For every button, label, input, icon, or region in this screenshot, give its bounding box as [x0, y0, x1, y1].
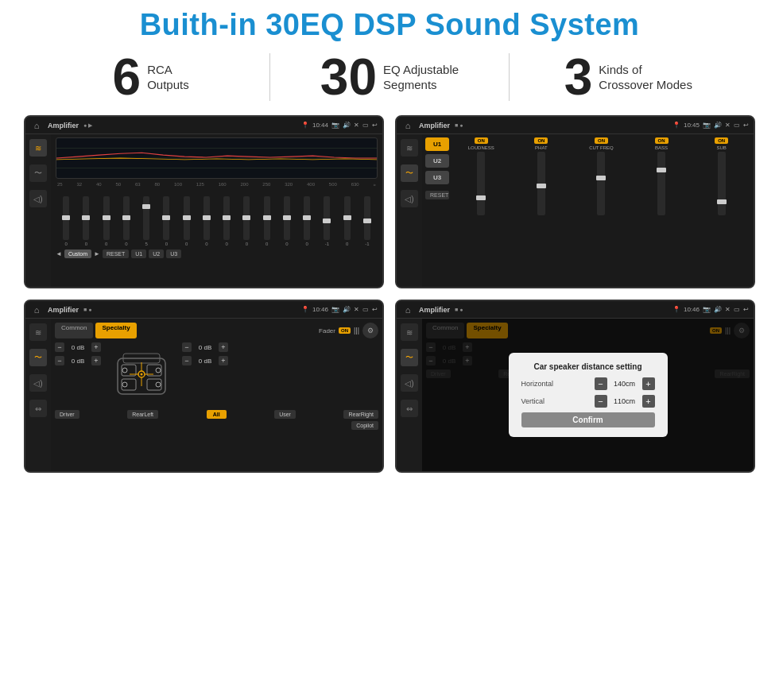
topbar-time-4: 10:46 — [684, 306, 700, 313]
driver-btn[interactable]: Driver — [55, 410, 79, 419]
topbar-time-3: 10:46 — [312, 306, 328, 313]
cutfreq-on-badge[interactable]: ON — [595, 137, 608, 144]
screenshots-grid: ⌂ Amplifier ● ▶ 📍 10:44 📷 🔊 ✕ ▭ ↩ ≋ 〜 ◁) — [16, 115, 763, 473]
eq-u1-btn[interactable]: U1 — [131, 249, 146, 258]
svg-point-10 — [141, 373, 143, 376]
phat-slider[interactable] — [537, 152, 545, 215]
loudness-slider[interactable] — [477, 152, 485, 215]
stat-rca-text: RCA Outputs — [147, 62, 189, 93]
topbar-title-3: Amplifier — [48, 306, 79, 314]
wave-icon-3[interactable]: 〜 — [29, 349, 47, 366]
rearright-btn[interactable]: RearRight — [343, 410, 378, 419]
eq-bottom-bar: ◄ Custom ► RESET U1 U2 U3 — [56, 249, 378, 258]
speaker-icon-3[interactable]: ◁) — [29, 374, 47, 392]
minimize-icon-2: ▭ — [734, 122, 740, 129]
vertical-control: − 110cm + — [595, 395, 655, 408]
topbar-title-1: Amplifier — [48, 122, 79, 130]
amp2-u1-btn[interactable]: U1 — [425, 137, 449, 151]
speaker-icon[interactable]: ◁) — [29, 190, 47, 207]
screen-eq: ⌂ Amplifier ● ▶ 📍 10:44 📷 🔊 ✕ ▭ ↩ ≋ 〜 ◁) — [24, 115, 384, 288]
all-btn[interactable]: All — [207, 410, 227, 419]
confirm-button[interactable]: Confirm — [521, 412, 655, 427]
amp3-specialty-tab[interactable]: Specialty — [95, 323, 136, 338]
amp3-plus-2[interactable]: + — [91, 356, 101, 365]
eq-prev-icon[interactable]: ◄ — [56, 250, 62, 257]
topbar-right-1: 📍 10:44 📷 🔊 ✕ ▭ ↩ — [301, 122, 378, 129]
eq-u2-btn[interactable]: U2 — [149, 249, 164, 258]
wave-icon-2[interactable]: 〜 — [401, 164, 418, 182]
fader-sliders-icon: ||| — [354, 327, 359, 335]
vertical-minus-btn[interactable]: − — [595, 395, 607, 408]
eq-custom-btn[interactable]: Custom — [64, 249, 91, 258]
stat-eq-number: 30 — [320, 52, 377, 102]
amp2-presets: U1 U2 U3 RESET — [425, 137, 449, 284]
phat-on-badge[interactable]: ON — [534, 137, 548, 144]
amp3-plus-1[interactable]: + — [91, 342, 101, 352]
rearleft-btn[interactable]: RearLeft — [127, 410, 158, 419]
amp2-u2-btn[interactable]: U2 — [425, 154, 449, 168]
horizontal-label: Horizontal — [521, 380, 554, 388]
eq-slider-0: 0 — [57, 196, 75, 246]
amp3-body: − 0 dB + − 0 dB + — [55, 342, 378, 406]
arrows-icon-4[interactable]: ⇔ — [401, 400, 418, 417]
amp3-db-row-2: − 0 dB + — [55, 356, 101, 365]
eq-play-icon[interactable]: ► — [94, 250, 100, 257]
bass-on-badge[interactable]: ON — [655, 137, 669, 144]
amp2-ch-bass: ON BASS — [633, 137, 691, 284]
topbar-4: ⌂ Amplifier ■ ● 📍 10:46 📷 🔊 ✕ ▭ ↩ — [397, 301, 754, 319]
arrows-icon-3[interactable]: ⇔ — [29, 400, 47, 417]
eq-icon-4[interactable]: ≋ — [401, 323, 418, 341]
dialog-horizontal-row: Horizontal − 140cm + — [521, 377, 655, 390]
amp3-minus-1[interactable]: − — [55, 342, 64, 352]
camera-icon-1: 📷 — [331, 122, 339, 129]
volume-icon-1: 🔊 — [343, 122, 351, 129]
amp3-plus-3[interactable]: + — [219, 342, 228, 352]
amp3-main: Common Specialty Fader ON ||| ⚙ — [51, 319, 382, 471]
camera-icon-2: 📷 — [703, 122, 711, 129]
speaker-icon-4[interactable]: ◁) — [401, 374, 418, 392]
eq-u3-btn[interactable]: U3 — [166, 249, 181, 258]
screen-amp2: ⌂ Amplifier ■ ● 📍 10:45 📷 🔊 ✕ ▭ ↩ ≋ 〜 ◁) — [395, 115, 755, 288]
user-btn[interactable]: User — [274, 410, 296, 419]
eq-icon[interactable]: ≋ — [29, 139, 47, 157]
fader-on-badge[interactable]: ON — [339, 327, 351, 334]
eq-sliders-row: 0 0 0 0 — [56, 189, 378, 246]
topbar-time-2: 10:45 — [684, 122, 700, 129]
loudness-on-badge[interactable]: ON — [475, 137, 488, 144]
home-icon-3: ⌂ — [30, 304, 43, 316]
sub-slider[interactable] — [718, 152, 726, 215]
horizontal-plus-btn[interactable]: + — [642, 377, 655, 390]
topbar-right-2: 📍 10:45 📷 🔊 ✕ ▭ ↩ — [672, 122, 749, 129]
vertical-plus-btn[interactable]: + — [642, 395, 655, 408]
horizontal-control: − 140cm + — [595, 377, 655, 390]
eq-reset-btn[interactable]: RESET — [103, 249, 129, 258]
amp2-u3-btn[interactable]: U3 — [425, 171, 449, 184]
amp3-plus-4[interactable]: + — [219, 356, 228, 365]
topbar-1: ⌂ Amplifier ● ▶ 📍 10:44 📷 🔊 ✕ ▭ ↩ — [25, 117, 382, 134]
settings-round-icon[interactable]: ⚙ — [362, 323, 378, 338]
amp2-ch-sub: ON SUB — [692, 137, 750, 284]
amp3-minus-4[interactable]: − — [182, 356, 192, 365]
dialog-title: Car speaker distance setting — [521, 362, 655, 371]
stat-rca-number: 6 — [113, 52, 141, 102]
wave-icon[interactable]: 〜 — [29, 164, 47, 182]
eq-icon-3[interactable]: ≋ — [29, 323, 47, 341]
cutfreq-slider[interactable] — [597, 152, 605, 215]
amp3-minus-3[interactable]: − — [182, 342, 192, 352]
copilot-btn[interactable]: Copilot — [351, 421, 378, 430]
screen4-content: ≋ 〜 ◁) ⇔ Common Specialty ON ||| ⚙ — [397, 319, 754, 471]
close-icon-4: ✕ — [725, 306, 731, 313]
amp2-ch-cutfreq: ON CUT FREQ — [572, 137, 630, 284]
amp2-reset-btn[interactable]: RESET — [425, 191, 449, 199]
sub-on-badge[interactable]: ON — [715, 137, 728, 144]
stat-crossover: 3 Kinds of Crossover Modes — [525, 52, 731, 102]
wave-icon-4[interactable]: 〜 — [401, 349, 418, 366]
horizontal-minus-btn[interactable]: − — [595, 377, 607, 390]
amp3-minus-2[interactable]: − — [55, 356, 64, 365]
speaker-icon-2[interactable]: ◁) — [401, 190, 418, 207]
svg-rect-8 — [147, 379, 161, 390]
bass-slider[interactable] — [657, 152, 665, 215]
amp3-common-tab[interactable]: Common — [55, 323, 93, 338]
amp3-db-row-1: − 0 dB + — [55, 342, 101, 352]
eq-icon-2[interactable]: ≋ — [401, 139, 418, 157]
